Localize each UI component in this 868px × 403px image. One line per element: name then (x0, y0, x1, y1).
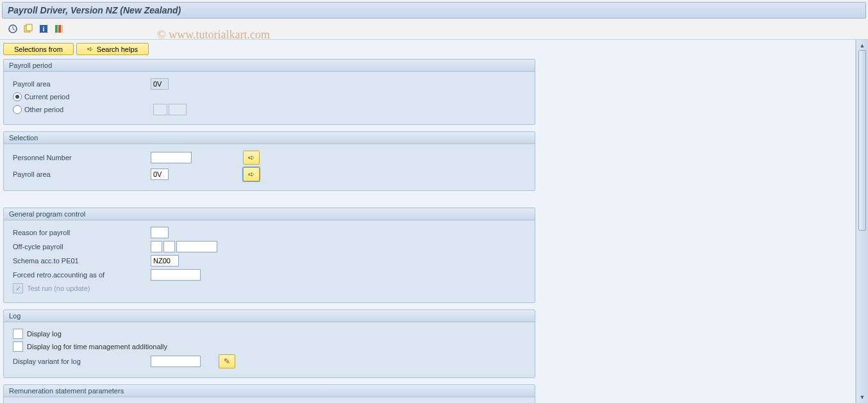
group-title-payroll-period: Payroll period (4, 60, 535, 72)
radio-other-period-label: Other period (24, 106, 63, 113)
label-personnel-number: Personnel Number (10, 154, 151, 161)
label-display-variant: Display variant for log (10, 358, 151, 365)
scroll-up-arrow-icon[interactable]: ▲ (858, 42, 866, 50)
group-log: Log Display log Display log for time man… (3, 309, 535, 378)
variant-icon[interactable] (22, 23, 34, 35)
input-personnel-number[interactable] (151, 152, 192, 163)
selections-from-button[interactable]: Selections from (3, 43, 74, 55)
vertical-scrollbar[interactable]: ▲ ▼ (856, 40, 868, 403)
svg-line-2 (13, 29, 15, 30)
radio-icon (13, 92, 22, 101)
label-payroll-area: Payroll area (10, 80, 151, 88)
multi-select-payroll-area-button[interactable]: ➪ (243, 167, 260, 181)
svg-rect-9 (62, 25, 63, 33)
input-display-variant[interactable] (151, 356, 201, 367)
label-display-log: Display log (23, 330, 62, 338)
input-offcycle-1[interactable] (151, 241, 162, 252)
input-forced-retro[interactable] (151, 269, 201, 281)
svg-text:i: i (43, 26, 45, 33)
checkbox-display-log-tm[interactable] (13, 341, 23, 352)
group-payroll-period: Payroll period Payroll area Current peri… (3, 59, 535, 125)
scroll-thumb[interactable] (858, 50, 866, 231)
selections-from-label: Selections from (14, 45, 63, 53)
svg-rect-4 (26, 24, 32, 31)
ag-icon[interactable] (53, 23, 65, 35)
search-helps-button[interactable]: ➪ Search helps (76, 43, 149, 55)
group-remuneration: Remuneration statement parameters Displa… (3, 384, 535, 403)
group-general-control: General program control Reason for payro… (3, 208, 535, 303)
label-reason: Reason for payroll (10, 229, 151, 236)
arrow-right-icon: ➪ (248, 153, 255, 162)
label-offcycle: Off-cycle payroll (10, 243, 151, 251)
group-title-selection: Selection (4, 132, 535, 144)
group-selection: Selection Personnel Number ➪ Payroll are… (3, 131, 535, 191)
radio-current-period-label: Current period (24, 93, 69, 101)
input-reason[interactable] (151, 227, 169, 238)
arrow-right-icon: ➪ (248, 170, 255, 179)
input-schema[interactable] (151, 255, 179, 267)
edit-variant-button[interactable]: ✎ (219, 354, 235, 368)
group-title-general: General program control (4, 208, 535, 220)
info-icon[interactable]: i (38, 23, 49, 35)
label-payroll-area-2: Payroll area (10, 170, 151, 178)
input-offcycle-2[interactable] (163, 241, 175, 252)
input-payroll-area[interactable] (151, 78, 169, 90)
radio-current-period[interactable]: Current period (10, 92, 69, 101)
search-helps-label: Search helps (97, 45, 138, 53)
scroll-down-arrow-icon[interactable]: ▼ (858, 394, 866, 402)
arrow-right-icon: ➪ (87, 45, 93, 53)
input-payroll-area-2[interactable] (151, 169, 169, 180)
label-test-run: Test run (no update) (23, 284, 90, 292)
group-title-log: Log (4, 310, 535, 322)
app-toolbar: i (2, 21, 866, 37)
input-other-period-1[interactable] (153, 104, 167, 115)
execute-icon[interactable] (7, 23, 19, 35)
checkbox-test-run: ✓ (13, 283, 23, 293)
svg-rect-7 (55, 25, 58, 33)
pencil-icon: ✎ (224, 357, 230, 366)
label-schema: Schema acc.to PE01 (10, 257, 151, 265)
radio-icon (13, 105, 22, 114)
multi-select-personnel-button[interactable]: ➪ (243, 151, 260, 165)
group-title-remuneration: Remuneration statement parameters (4, 385, 535, 397)
svg-rect-8 (58, 25, 61, 33)
label-display-log-tm: Display log for time management addition… (23, 343, 167, 350)
input-offcycle-3[interactable] (176, 241, 217, 252)
content-wrap: Selections from ➪ Search helps Payroll p… (0, 39, 868, 403)
action-button-row: Selections from ➪ Search helps (3, 43, 852, 55)
content-area: Selections from ➪ Search helps Payroll p… (0, 40, 856, 403)
label-forced-retro: Forced retro.accounting as of (10, 271, 151, 279)
radio-other-period[interactable]: Other period (10, 105, 151, 114)
input-other-period-2[interactable] (169, 104, 187, 115)
page-title: Payroll Driver, Version NZ (New Zealand) (2, 2, 866, 19)
checkbox-display-log[interactable] (13, 329, 23, 339)
